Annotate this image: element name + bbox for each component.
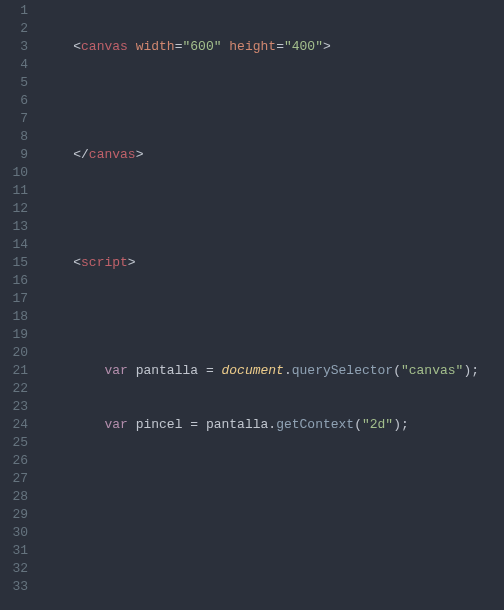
code-line: <canvas width="600" height="400"> — [42, 38, 504, 56]
line-number: 24 — [0, 416, 28, 434]
line-number: 11 — [0, 182, 28, 200]
line-number: 18 — [0, 308, 28, 326]
code-line: </canvas> — [42, 146, 504, 164]
line-number: 23 — [0, 398, 28, 416]
line-number: 13 — [0, 218, 28, 236]
line-number: 30 — [0, 524, 28, 542]
line-number: 19 — [0, 326, 28, 344]
line-number: 27 — [0, 470, 28, 488]
line-number: 14 — [0, 236, 28, 254]
line-number: 10 — [0, 164, 28, 182]
line-number: 17 — [0, 290, 28, 308]
line-number: 26 — [0, 452, 28, 470]
line-number: 22 — [0, 380, 28, 398]
line-number: 3 — [0, 38, 28, 56]
line-number: 7 — [0, 110, 28, 128]
line-number: 15 — [0, 254, 28, 272]
code-line — [42, 578, 504, 596]
line-number: 2 — [0, 20, 28, 38]
code-line — [42, 200, 504, 218]
code-line: var pincel = pantalla.getContext("2d"); — [42, 416, 504, 434]
line-number: 5 — [0, 74, 28, 92]
line-number: 28 — [0, 488, 28, 506]
line-number: 16 — [0, 272, 28, 290]
line-number: 4 — [0, 56, 28, 74]
line-number: 6 — [0, 92, 28, 110]
code-line — [42, 470, 504, 488]
code-line — [42, 308, 504, 326]
line-number-gutter: 1234567891011121314151617181920212223242… — [0, 0, 38, 610]
line-number: 31 — [0, 542, 28, 560]
code-line — [42, 92, 504, 110]
code-line: var pantalla = document.querySelector("c… — [42, 362, 504, 380]
line-number: 29 — [0, 506, 28, 524]
line-number: 25 — [0, 434, 28, 452]
line-number: 1 — [0, 2, 28, 20]
code-line — [42, 524, 504, 542]
code-area[interactable]: <canvas width="600" height="400"> </canv… — [38, 0, 504, 610]
line-number: 20 — [0, 344, 28, 362]
line-number: 21 — [0, 362, 28, 380]
line-number: 9 — [0, 146, 28, 164]
line-number: 32 — [0, 560, 28, 578]
code-editor[interactable]: 1234567891011121314151617181920212223242… — [0, 0, 504, 610]
line-number: 33 — [0, 578, 28, 596]
code-line: <script> — [42, 254, 504, 272]
line-number: 8 — [0, 128, 28, 146]
line-number: 12 — [0, 200, 28, 218]
